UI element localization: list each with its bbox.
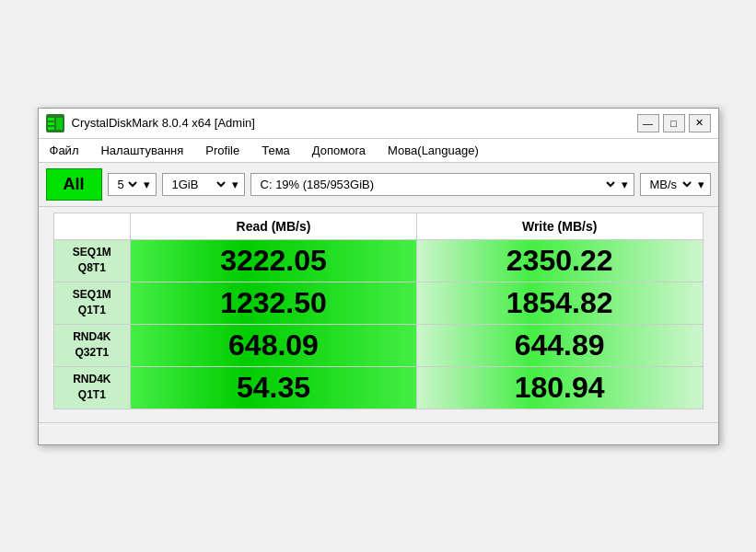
col-header-write: Write (MB/s) <box>416 213 703 239</box>
maximize-button[interactable]: □ <box>663 114 685 132</box>
row-label-2: RND4KQ32T1 <box>53 324 131 366</box>
title-bar: CrystalDiskMark 8.0.4 x64 [Admin] — □ ✕ <box>39 109 718 139</box>
size-dropdown[interactable]: 1GiB 512MiB 256MiB 4GiB ▾ <box>162 173 245 196</box>
loops-select[interactable]: 5 1 3 9 <box>114 177 140 192</box>
results-table-wrap: Read (MB/s) Write (MB/s) SEQ1MQ8T13222.0… <box>39 213 718 419</box>
menu-theme[interactable]: Тема <box>258 142 294 159</box>
main-window: CrystalDiskMark 8.0.4 x64 [Admin] — □ ✕ … <box>38 108 719 445</box>
menu-help[interactable]: Допомога <box>308 142 369 159</box>
row-label-line1: SEQ1M <box>73 288 111 301</box>
unit-chevron-icon: ▾ <box>698 178 704 191</box>
write-value-0: 2350.22 <box>416 239 703 282</box>
write-value-3: 180.94 <box>416 366 703 408</box>
menu-bar: ФайлНалаштуванняProfileТемаДопомогаМова(… <box>39 139 718 163</box>
write-value-2: 644.89 <box>416 324 703 366</box>
menu-file[interactable]: Файл <box>46 142 83 159</box>
menu-profile[interactable]: Profile <box>202 142 243 159</box>
cdm-icon <box>46 114 64 132</box>
loops-dropdown[interactable]: 5 1 3 9 ▾ <box>108 173 157 196</box>
toolbar: All 5 1 3 9 ▾ 1GiB 512MiB 256MiB 4GiB ▾ … <box>39 163 718 207</box>
menu-language[interactable]: Мова(Language) <box>384 142 483 159</box>
row-label-line2: Q1T1 <box>78 304 106 316</box>
drive-select[interactable]: C: 19% (185/953GiB) <box>257 177 618 192</box>
read-value-3: 54.35 <box>131 366 417 408</box>
svg-rect-4 <box>56 118 63 130</box>
table-row: RND4KQ1T154.35180.94 <box>53 366 703 408</box>
read-value-0: 3222.05 <box>131 239 417 282</box>
table-row: SEQ1MQ8T13222.052350.22 <box>53 239 703 282</box>
row-label-line1: SEQ1M <box>73 246 111 259</box>
svg-rect-1 <box>48 118 54 121</box>
all-button[interactable]: All <box>46 168 102 201</box>
read-value-1: 1232.50 <box>131 282 417 324</box>
size-chevron-icon: ▾ <box>232 178 238 191</box>
minimize-button[interactable]: — <box>637 114 659 132</box>
write-value-1: 1854.82 <box>416 282 703 324</box>
unit-dropdown[interactable]: MB/s GB/s IOPS ▾ <box>640 173 711 196</box>
status-bar <box>39 422 718 444</box>
loops-chevron-icon: ▾ <box>144 178 150 191</box>
row-label-line2: Q8T1 <box>78 261 106 274</box>
svg-rect-2 <box>48 122 54 125</box>
row-label-line2: Q1T1 <box>78 388 106 401</box>
row-label-line2: Q32T1 <box>75 346 109 359</box>
row-label-line1: RND4K <box>73 373 110 385</box>
menu-settings[interactable]: Налаштування <box>97 142 187 159</box>
row-label-3: RND4KQ1T1 <box>53 366 131 408</box>
col-header-read: Read (MB/s) <box>131 213 417 239</box>
drive-dropdown[interactable]: C: 19% (185/953GiB) ▾ <box>250 173 634 196</box>
col-header-label <box>53 213 131 239</box>
window-title: CrystalDiskMark 8.0.4 x64 [Admin] <box>72 116 255 130</box>
window-controls: — □ ✕ <box>637 114 711 132</box>
table-row: RND4KQ32T1648.09644.89 <box>53 324 703 366</box>
table-row: SEQ1MQ1T11232.501854.82 <box>53 282 703 324</box>
close-button[interactable]: ✕ <box>689 114 711 132</box>
unit-select[interactable]: MB/s GB/s IOPS <box>646 177 694 192</box>
svg-rect-3 <box>48 127 54 130</box>
row-label-line1: RND4K <box>73 330 110 343</box>
results-table: Read (MB/s) Write (MB/s) SEQ1MQ8T13222.0… <box>53 213 704 409</box>
row-label-1: SEQ1MQ1T1 <box>53 282 131 324</box>
drive-chevron-icon: ▾ <box>622 178 628 191</box>
size-select[interactable]: 1GiB 512MiB 256MiB 4GiB <box>169 177 228 192</box>
read-value-2: 648.09 <box>131 324 417 366</box>
row-label-0: SEQ1MQ8T1 <box>53 239 131 282</box>
